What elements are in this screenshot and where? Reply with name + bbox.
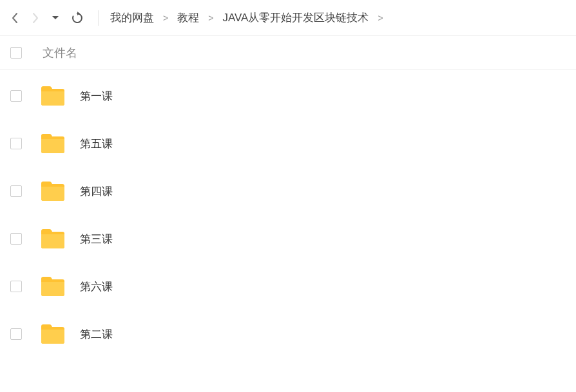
- folder-icon: [40, 275, 66, 297]
- breadcrumb: 我的网盘>教程>JAVA从零开始开发区块链技术>: [110, 10, 383, 25]
- breadcrumb-item[interactable]: JAVA从零开始开发区块链技术: [222, 10, 369, 25]
- file-row[interactable]: 第三课: [0, 215, 576, 263]
- forward-button[interactable]: [31, 12, 40, 24]
- caret-down-icon: [52, 15, 59, 21]
- folder-icon: [40, 85, 66, 107]
- file-row[interactable]: 第一课: [0, 72, 576, 120]
- folder-icon: [40, 133, 66, 154]
- file-row[interactable]: 第四课: [0, 167, 576, 215]
- filename-column-header[interactable]: 文件名: [43, 45, 77, 61]
- chevron-right-icon: [31, 12, 40, 24]
- file-name: 第三课: [80, 232, 113, 247]
- row-checkbox[interactable]: [10, 281, 22, 292]
- history-dropdown[interactable]: [52, 15, 59, 21]
- file-name: 第四课: [80, 184, 113, 199]
- breadcrumb-separator: >: [208, 13, 213, 23]
- file-name: 第一课: [80, 89, 113, 104]
- toolbar: 我的网盘>教程>JAVA从零开始开发区块链技术>: [0, 0, 576, 36]
- select-all-checkbox[interactable]: [10, 47, 22, 59]
- row-checkbox[interactable]: [10, 233, 22, 245]
- row-checkbox[interactable]: [10, 185, 22, 197]
- row-checkbox[interactable]: [10, 138, 22, 149]
- folder-icon: [40, 180, 66, 202]
- file-row[interactable]: 第六课: [0, 263, 576, 310]
- file-name: 第六课: [80, 279, 113, 294]
- breadcrumb-separator: >: [378, 13, 383, 23]
- refresh-button[interactable]: [71, 12, 84, 24]
- toolbar-divider: [98, 10, 99, 26]
- breadcrumb-separator: >: [163, 13, 168, 23]
- refresh-icon: [71, 12, 84, 24]
- list-header: 文件名: [0, 36, 576, 70]
- chevron-left-icon: [10, 12, 19, 24]
- folder-icon: [40, 228, 66, 250]
- file-name: 第二课: [80, 327, 113, 342]
- back-button[interactable]: [10, 12, 19, 24]
- row-checkbox[interactable]: [10, 90, 22, 102]
- breadcrumb-item[interactable]: 我的网盘: [110, 10, 154, 25]
- folder-icon: [40, 323, 66, 345]
- file-row[interactable]: 第二课: [0, 310, 576, 358]
- file-row[interactable]: 第五课: [0, 120, 576, 167]
- file-list: 第一课 第五课 第四课 第三课 第六课 第二课: [0, 70, 576, 358]
- file-name: 第五课: [80, 136, 113, 151]
- row-checkbox[interactable]: [10, 328, 22, 340]
- breadcrumb-item[interactable]: 教程: [177, 10, 199, 25]
- nav-buttons: [10, 12, 97, 24]
